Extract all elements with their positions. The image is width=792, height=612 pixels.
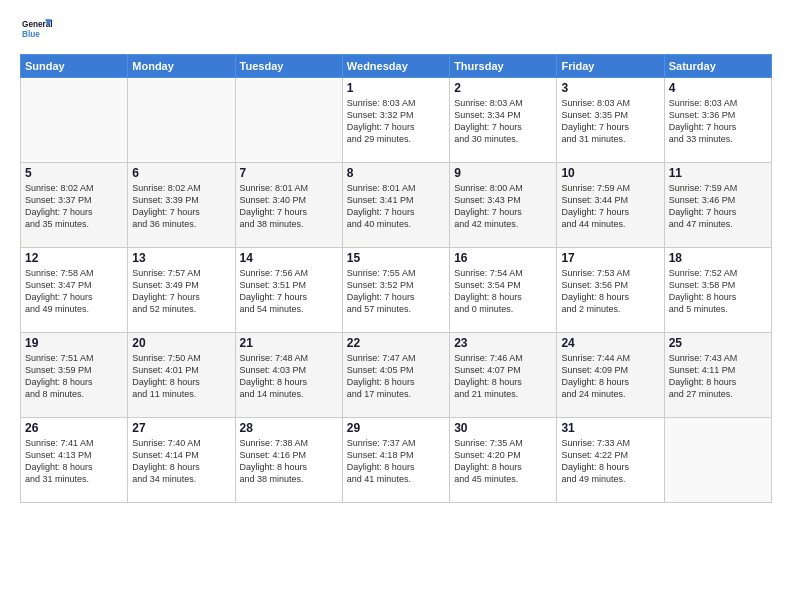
day-number: 17 — [561, 251, 659, 265]
day-number: 18 — [669, 251, 767, 265]
calendar-day-cell — [21, 78, 128, 163]
calendar-day-cell — [664, 418, 771, 503]
calendar-day-cell: 6Sunrise: 8:02 AM Sunset: 3:39 PM Daylig… — [128, 163, 235, 248]
day-number: 27 — [132, 421, 230, 435]
day-info: Sunrise: 7:56 AM Sunset: 3:51 PM Dayligh… — [240, 267, 338, 316]
calendar-header-day: Sunday — [21, 55, 128, 78]
day-number: 19 — [25, 336, 123, 350]
calendar-day-cell: 27Sunrise: 7:40 AM Sunset: 4:14 PM Dayli… — [128, 418, 235, 503]
calendar-day-cell: 15Sunrise: 7:55 AM Sunset: 3:52 PM Dayli… — [342, 248, 449, 333]
day-info: Sunrise: 7:59 AM Sunset: 3:44 PM Dayligh… — [561, 182, 659, 231]
day-info: Sunrise: 7:46 AM Sunset: 4:07 PM Dayligh… — [454, 352, 552, 401]
day-number: 15 — [347, 251, 445, 265]
day-number: 2 — [454, 81, 552, 95]
calendar-day-cell: 7Sunrise: 8:01 AM Sunset: 3:40 PM Daylig… — [235, 163, 342, 248]
day-number: 31 — [561, 421, 659, 435]
calendar-day-cell: 19Sunrise: 7:51 AM Sunset: 3:59 PM Dayli… — [21, 333, 128, 418]
calendar-day-cell: 31Sunrise: 7:33 AM Sunset: 4:22 PM Dayli… — [557, 418, 664, 503]
day-info: Sunrise: 7:51 AM Sunset: 3:59 PM Dayligh… — [25, 352, 123, 401]
calendar-day-cell: 23Sunrise: 7:46 AM Sunset: 4:07 PM Dayli… — [450, 333, 557, 418]
day-info: Sunrise: 7:50 AM Sunset: 4:01 PM Dayligh… — [132, 352, 230, 401]
calendar-day-cell: 10Sunrise: 7:59 AM Sunset: 3:44 PM Dayli… — [557, 163, 664, 248]
day-number: 7 — [240, 166, 338, 180]
day-info: Sunrise: 8:03 AM Sunset: 3:35 PM Dayligh… — [561, 97, 659, 146]
day-number: 1 — [347, 81, 445, 95]
calendar-header-day: Tuesday — [235, 55, 342, 78]
calendar-day-cell: 8Sunrise: 8:01 AM Sunset: 3:41 PM Daylig… — [342, 163, 449, 248]
calendar-day-cell: 17Sunrise: 7:53 AM Sunset: 3:56 PM Dayli… — [557, 248, 664, 333]
day-number: 21 — [240, 336, 338, 350]
day-info: Sunrise: 7:35 AM Sunset: 4:20 PM Dayligh… — [454, 437, 552, 486]
calendar-header-day: Wednesday — [342, 55, 449, 78]
calendar-week-row: 5Sunrise: 8:02 AM Sunset: 3:37 PM Daylig… — [21, 163, 772, 248]
calendar-day-cell: 29Sunrise: 7:37 AM Sunset: 4:18 PM Dayli… — [342, 418, 449, 503]
day-number: 23 — [454, 336, 552, 350]
day-number: 24 — [561, 336, 659, 350]
day-info: Sunrise: 8:03 AM Sunset: 3:36 PM Dayligh… — [669, 97, 767, 146]
day-info: Sunrise: 7:33 AM Sunset: 4:22 PM Dayligh… — [561, 437, 659, 486]
day-info: Sunrise: 7:55 AM Sunset: 3:52 PM Dayligh… — [347, 267, 445, 316]
calendar-day-cell: 11Sunrise: 7:59 AM Sunset: 3:46 PM Dayli… — [664, 163, 771, 248]
logo-icon: General Blue — [20, 16, 52, 44]
calendar-header-day: Monday — [128, 55, 235, 78]
calendar-day-cell — [128, 78, 235, 163]
day-number: 20 — [132, 336, 230, 350]
day-number: 14 — [240, 251, 338, 265]
day-number: 30 — [454, 421, 552, 435]
calendar-day-cell: 28Sunrise: 7:38 AM Sunset: 4:16 PM Dayli… — [235, 418, 342, 503]
calendar-day-cell: 25Sunrise: 7:43 AM Sunset: 4:11 PM Dayli… — [664, 333, 771, 418]
calendar-week-row: 26Sunrise: 7:41 AM Sunset: 4:13 PM Dayli… — [21, 418, 772, 503]
calendar-day-cell: 9Sunrise: 8:00 AM Sunset: 3:43 PM Daylig… — [450, 163, 557, 248]
calendar-day-cell: 30Sunrise: 7:35 AM Sunset: 4:20 PM Dayli… — [450, 418, 557, 503]
svg-text:Blue: Blue — [22, 30, 40, 39]
day-info: Sunrise: 7:43 AM Sunset: 4:11 PM Dayligh… — [669, 352, 767, 401]
day-number: 8 — [347, 166, 445, 180]
calendar-day-cell: 2Sunrise: 8:03 AM Sunset: 3:34 PM Daylig… — [450, 78, 557, 163]
calendar-day-cell: 12Sunrise: 7:58 AM Sunset: 3:47 PM Dayli… — [21, 248, 128, 333]
day-info: Sunrise: 7:44 AM Sunset: 4:09 PM Dayligh… — [561, 352, 659, 401]
calendar-header-day: Saturday — [664, 55, 771, 78]
day-info: Sunrise: 7:41 AM Sunset: 4:13 PM Dayligh… — [25, 437, 123, 486]
day-number: 22 — [347, 336, 445, 350]
calendar-day-cell: 3Sunrise: 8:03 AM Sunset: 3:35 PM Daylig… — [557, 78, 664, 163]
calendar-table: SundayMondayTuesdayWednesdayThursdayFrid… — [20, 54, 772, 503]
calendar-header-day: Friday — [557, 55, 664, 78]
day-info: Sunrise: 7:53 AM Sunset: 3:56 PM Dayligh… — [561, 267, 659, 316]
day-number: 5 — [25, 166, 123, 180]
calendar-day-cell — [235, 78, 342, 163]
day-number: 13 — [132, 251, 230, 265]
calendar-header-day: Thursday — [450, 55, 557, 78]
day-info: Sunrise: 8:01 AM Sunset: 3:41 PM Dayligh… — [347, 182, 445, 231]
day-info: Sunrise: 7:54 AM Sunset: 3:54 PM Dayligh… — [454, 267, 552, 316]
day-number: 10 — [561, 166, 659, 180]
day-info: Sunrise: 7:40 AM Sunset: 4:14 PM Dayligh… — [132, 437, 230, 486]
page: General Blue SundayMondayTuesdayWednesda… — [0, 0, 792, 612]
day-info: Sunrise: 8:03 AM Sunset: 3:32 PM Dayligh… — [347, 97, 445, 146]
day-info: Sunrise: 7:48 AM Sunset: 4:03 PM Dayligh… — [240, 352, 338, 401]
logo: General Blue — [20, 16, 52, 44]
day-info: Sunrise: 7:58 AM Sunset: 3:47 PM Dayligh… — [25, 267, 123, 316]
day-number: 28 — [240, 421, 338, 435]
day-number: 29 — [347, 421, 445, 435]
day-info: Sunrise: 7:57 AM Sunset: 3:49 PM Dayligh… — [132, 267, 230, 316]
day-info: Sunrise: 8:00 AM Sunset: 3:43 PM Dayligh… — [454, 182, 552, 231]
calendar-day-cell: 26Sunrise: 7:41 AM Sunset: 4:13 PM Dayli… — [21, 418, 128, 503]
day-info: Sunrise: 7:37 AM Sunset: 4:18 PM Dayligh… — [347, 437, 445, 486]
day-info: Sunrise: 7:52 AM Sunset: 3:58 PM Dayligh… — [669, 267, 767, 316]
day-number: 12 — [25, 251, 123, 265]
day-info: Sunrise: 7:47 AM Sunset: 4:05 PM Dayligh… — [347, 352, 445, 401]
calendar-day-cell: 18Sunrise: 7:52 AM Sunset: 3:58 PM Dayli… — [664, 248, 771, 333]
calendar-header-row: SundayMondayTuesdayWednesdayThursdayFrid… — [21, 55, 772, 78]
calendar-day-cell: 16Sunrise: 7:54 AM Sunset: 3:54 PM Dayli… — [450, 248, 557, 333]
calendar-day-cell: 13Sunrise: 7:57 AM Sunset: 3:49 PM Dayli… — [128, 248, 235, 333]
day-info: Sunrise: 8:03 AM Sunset: 3:34 PM Dayligh… — [454, 97, 552, 146]
day-info: Sunrise: 8:02 AM Sunset: 3:39 PM Dayligh… — [132, 182, 230, 231]
day-number: 25 — [669, 336, 767, 350]
header: General Blue — [20, 16, 772, 44]
day-number: 16 — [454, 251, 552, 265]
calendar-day-cell: 20Sunrise: 7:50 AM Sunset: 4:01 PM Dayli… — [128, 333, 235, 418]
calendar-week-row: 19Sunrise: 7:51 AM Sunset: 3:59 PM Dayli… — [21, 333, 772, 418]
calendar-day-cell: 21Sunrise: 7:48 AM Sunset: 4:03 PM Dayli… — [235, 333, 342, 418]
calendar-day-cell: 4Sunrise: 8:03 AM Sunset: 3:36 PM Daylig… — [664, 78, 771, 163]
day-info: Sunrise: 8:01 AM Sunset: 3:40 PM Dayligh… — [240, 182, 338, 231]
